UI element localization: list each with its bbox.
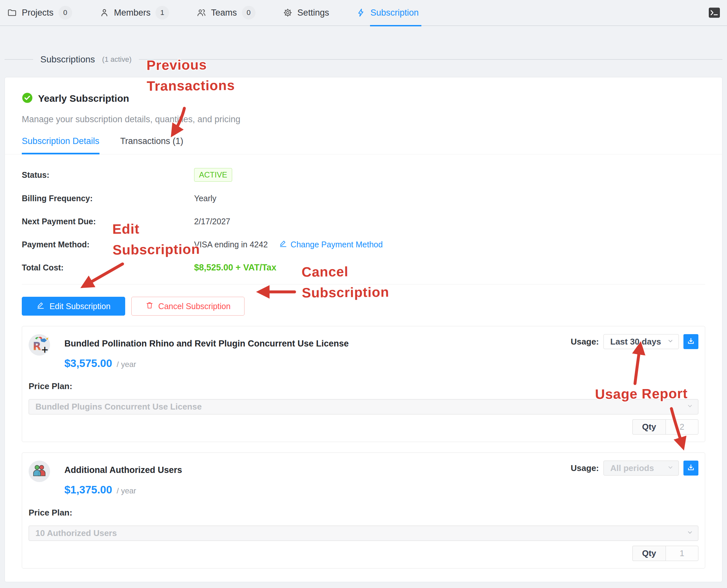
product-card-authorized-users: Additional Authorized Users $1,375.00 / … xyxy=(22,453,705,568)
chevron-down-icon xyxy=(686,528,693,538)
product-period: / year xyxy=(117,486,136,496)
usage-controls: Usage: All periods xyxy=(570,461,699,476)
nav-label: Subscription xyxy=(370,8,419,18)
subscription-title: Yearly Subscription xyxy=(38,93,129,104)
field-value: Yearly xyxy=(194,194,216,203)
product-titles: Additional Authorized Users $1,375.00 / … xyxy=(64,461,182,496)
nav-item-subscription[interactable]: Subscription xyxy=(356,0,419,26)
selected-option: 10 Authorized Users xyxy=(36,528,117,538)
divider xyxy=(139,59,723,60)
qty-input[interactable] xyxy=(666,419,699,435)
nav-item-teams[interactable]: Teams 0 xyxy=(196,0,255,26)
download-icon xyxy=(686,463,695,473)
payment-method-value: VISA ending in 4242 xyxy=(194,240,268,249)
cancel-subscription-button[interactable]: Cancel Subscription xyxy=(131,297,245,316)
tab-bar: Subscription Details Transactions (1) xyxy=(22,136,705,154)
field-billing-frequency: Billing Frequency: Yearly xyxy=(22,192,705,205)
product-titles: Bundled Pollination Rhino and Revit Plug… xyxy=(64,334,349,370)
button-label: Cancel Subscription xyxy=(158,302,230,311)
button-label: Edit Subscription xyxy=(49,302,110,311)
status-badge: ACTIVE xyxy=(194,168,232,182)
field-status: Status: ACTIVE xyxy=(22,168,705,182)
change-payment-method-link[interactable]: Change Payment Method xyxy=(279,239,383,250)
subscriptions-header: Subscriptions (1 active) xyxy=(4,52,723,67)
rhino-revit-plugin-icon: R + xyxy=(28,334,50,356)
qty-input[interactable] xyxy=(666,546,699,561)
qty-label: Qty xyxy=(632,419,666,435)
price-plan-label: Price Plan: xyxy=(28,381,699,391)
field-label: Billing Frequency: xyxy=(22,194,194,203)
selected-option: Bundled Plugins Concurrent Use License xyxy=(36,402,202,412)
divider xyxy=(22,284,705,285)
selected-option: Last 30 days xyxy=(610,337,661,347)
chevron-down-icon xyxy=(667,463,674,473)
subscription-panel: Yearly Subscription Manage your subscrip… xyxy=(4,77,723,582)
subscription-subtitle: Manage your subscription details, quanti… xyxy=(22,114,705,125)
gear-icon xyxy=(283,8,293,18)
download-icon xyxy=(686,337,695,347)
quantity-row: Qty xyxy=(28,419,699,435)
price-plan-select[interactable]: 10 Authorized Users xyxy=(28,526,699,541)
quantity-row: Qty xyxy=(28,546,699,561)
nav-item-settings[interactable]: Settings xyxy=(283,0,329,26)
product-price: $1,375.00 xyxy=(64,484,112,496)
nav-label: Projects xyxy=(22,8,54,18)
chevron-down-icon xyxy=(686,402,693,412)
nav-label: Members xyxy=(114,8,151,18)
nav-count-badge: 0 xyxy=(242,6,255,20)
price-plan-label: Price Plan: xyxy=(28,508,699,518)
svg-text:+: + xyxy=(41,344,48,355)
svg-text:R: R xyxy=(33,340,41,353)
tab-subscription-details[interactable]: Subscription Details xyxy=(22,136,100,154)
product-name: Bundled Pollination Rhino and Revit Plug… xyxy=(64,339,349,349)
usage-period-select[interactable]: Last 30 days xyxy=(603,334,679,349)
field-label: Next Payment Due: xyxy=(22,217,194,226)
usage-label: Usage: xyxy=(570,463,599,473)
nav-label: Settings xyxy=(297,8,329,18)
people-icon xyxy=(196,8,206,18)
subscription-actions: Edit Subscription Cancel Subscription xyxy=(22,297,705,316)
nav-item-members[interactable]: Members 1 xyxy=(100,0,169,26)
page: Projects 0 Members 1 Teams 0 Settings xyxy=(0,0,727,588)
qty-label: Qty xyxy=(632,546,666,561)
field-value: 2/17/2027 xyxy=(194,217,230,226)
subscription-title-row: Yearly Subscription xyxy=(22,92,705,105)
selected-option: All periods xyxy=(610,463,654,473)
nav-count-badge: 0 xyxy=(59,6,72,20)
tab-transactions[interactable]: Transactions (1) xyxy=(120,136,183,154)
usage-label: Usage: xyxy=(570,337,599,347)
edit-pencil-icon xyxy=(279,239,287,250)
top-nav: Projects 0 Members 1 Teams 0 Settings xyxy=(0,0,727,26)
field-label: Total Cost: xyxy=(22,263,194,272)
users-icon xyxy=(28,461,50,482)
nav-label: Teams xyxy=(211,8,237,18)
check-circle-icon xyxy=(22,92,33,105)
field-total-cost: Total Cost: $8,525.00 + VAT/Tax xyxy=(22,261,705,274)
divider xyxy=(4,59,33,60)
subscription-fields: Status: ACTIVE Billing Frequency: Yearly… xyxy=(22,168,705,274)
product-header: R + Bundled Pollination Rhino and Revit … xyxy=(28,334,699,370)
nav-item-projects[interactable]: Projects 0 xyxy=(7,0,72,26)
usage-download-button[interactable] xyxy=(683,334,699,349)
edit-pencil-icon xyxy=(36,301,45,311)
folder-icon xyxy=(7,8,17,18)
usage-controls: Usage: Last 30 days xyxy=(570,334,699,349)
edit-subscription-button[interactable]: Edit Subscription xyxy=(22,297,125,316)
usage-download-button[interactable] xyxy=(683,461,699,476)
active-count-note: (1 active) xyxy=(102,55,131,64)
nav-count-badge: 1 xyxy=(155,6,169,20)
product-name: Additional Authorized Users xyxy=(64,465,182,475)
usage-period-select[interactable]: All periods xyxy=(603,461,679,476)
terminal-icon[interactable] xyxy=(709,7,720,18)
field-label: Payment Method: xyxy=(22,240,194,249)
total-cost-value: $8,525.00 + VAT/Tax xyxy=(194,262,276,273)
link-label: Change Payment Method xyxy=(291,240,383,249)
product-price: $3,575.00 xyxy=(64,357,112,370)
field-label: Status: xyxy=(22,170,194,180)
product-card-bundled-plugin: R + Bundled Pollination Rhino and Revit … xyxy=(22,326,705,442)
price-plan-select[interactable]: Bundled Plugins Concurrent Use License xyxy=(28,399,699,415)
trash-icon xyxy=(145,301,154,311)
product-header: Additional Authorized Users $1,375.00 / … xyxy=(28,461,699,496)
field-next-payment: Next Payment Due: 2/17/2027 xyxy=(22,215,705,228)
product-period: / year xyxy=(117,360,136,369)
